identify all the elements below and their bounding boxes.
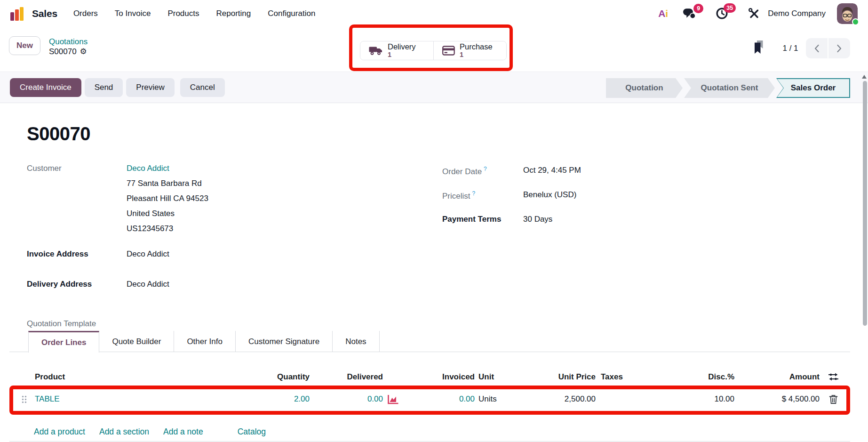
cell-unit-price[interactable]: 2,500.00 — [532, 394, 596, 404]
tools-icon[interactable] — [748, 8, 760, 20]
scrollbar-thumb[interactable] — [863, 81, 867, 326]
order-date-label: Order Date? — [442, 166, 487, 177]
tab-customer-signature[interactable]: Customer Signature — [236, 331, 333, 352]
odoo-sales-app-icon[interactable] — [9, 5, 25, 22]
col-invoiced[interactable]: Invoiced — [403, 372, 475, 382]
customer-address-line: Pleasant Hill CA 94523 — [127, 194, 208, 203]
help-icon: ? — [472, 190, 476, 197]
col-unit-price[interactable]: Unit Price — [532, 372, 596, 382]
cell-invoiced[interactable]: 0.00 — [403, 394, 475, 404]
pager-next-button[interactable] — [828, 38, 850, 58]
messages-icon[interactable]: 9 — [682, 8, 696, 19]
cell-unit[interactable]: Units — [475, 394, 532, 404]
add-note-link[interactable]: Add a note — [163, 427, 203, 437]
breadcrumb-area: New Quotations S00070 ⚙ — [9, 36, 88, 56]
payment-terms-value[interactable]: 30 Days — [523, 215, 552, 224]
navbar-systray: Ai 9 35 — [658, 3, 868, 24]
user-avatar[interactable] — [837, 3, 858, 24]
sales-order-form-page: Sales Orders To Invoice Products Reporti… — [0, 0, 868, 442]
send-button[interactable]: Send — [85, 78, 123, 97]
delivery-label: Delivery — [388, 43, 416, 51]
tab-order-lines[interactable]: Order Lines — [28, 331, 99, 353]
cell-product[interactable]: TABLE — [31, 394, 254, 404]
col-unit[interactable]: Unit — [475, 372, 532, 382]
col-amount[interactable]: Amount — [734, 372, 820, 382]
order-lines-header: Product Quantity Delivered Invoiced Unit… — [17, 368, 847, 386]
breadcrumb-current-record: S00070 — [49, 47, 77, 56]
pricelist-value[interactable]: Benelux (USD) — [523, 190, 576, 200]
purchase-smart-button[interactable]: Purchase 1 — [433, 41, 506, 60]
status-pipeline: Quotation Quotation Sent Sales Order — [606, 78, 850, 98]
menu-products[interactable]: Products — [167, 9, 199, 18]
catalog-link[interactable]: Catalog — [238, 427, 266, 437]
company-switcher[interactable]: Demo Company — [768, 9, 826, 18]
col-product[interactable]: Product — [31, 372, 254, 382]
delivery-address-value[interactable]: Deco Addict — [127, 280, 169, 289]
navbar-left: Sales Orders To Invoice Products Reporti… — [0, 5, 315, 22]
order-line-row[interactable]: TABLE 2.00 0.00 0.00 Units 2,500.00 10.0… — [17, 386, 847, 412]
bookmark-icon[interactable] — [753, 40, 765, 55]
order-date-value[interactable]: Oct 29, 4:45 PM — [523, 166, 581, 175]
notebook-tabs: Order Lines Quote Builder Other Info Cus… — [9, 331, 850, 352]
scrollbar-up-arrow[interactable] — [861, 74, 867, 80]
cell-disc[interactable]: 10.00 — [668, 394, 734, 404]
smart-buttons: Delivery 1 Purchase 1 — [360, 41, 507, 60]
col-quantity[interactable]: Quantity — [254, 372, 310, 382]
menu-orders[interactable]: Orders — [73, 9, 98, 18]
pager-counter: 1 / 1 — [775, 44, 805, 53]
tab-notes[interactable]: Notes — [333, 331, 379, 352]
customer-address-line: US12345673 — [127, 224, 173, 233]
order-lines-table: Product Quantity Delivered Invoiced Unit… — [17, 368, 847, 437]
menu-to-invoice[interactable]: To Invoice — [115, 9, 151, 18]
help-icon: ? — [484, 166, 487, 172]
breadcrumb-quotations[interactable]: Quotations — [49, 37, 88, 47]
tab-quote-builder[interactable]: Quote Builder — [99, 331, 174, 352]
delete-row-trash-icon[interactable] — [820, 394, 847, 404]
status-quotation[interactable]: Quotation — [606, 78, 683, 98]
purchase-label: Purchase — [460, 43, 493, 51]
pager-previous-button[interactable] — [806, 38, 828, 58]
cancel-button[interactable]: Cancel — [180, 78, 225, 97]
status-quotation-sent[interactable]: Quotation Sent — [684, 78, 775, 98]
order-lines-footer-links: Add a product Add a section Add a note C… — [17, 426, 847, 437]
preview-button[interactable]: Preview — [126, 78, 174, 97]
messages-badge: 9 — [693, 4, 703, 13]
menu-reporting[interactable]: Reporting — [216, 9, 251, 18]
invoice-address-value[interactable]: Deco Addict — [127, 249, 169, 259]
col-taxes[interactable]: Taxes — [596, 372, 668, 382]
pricelist-label: Pricelist? — [442, 190, 475, 201]
purchase-count: 1 — [460, 51, 493, 58]
new-button[interactable]: New — [9, 36, 40, 55]
top-navbar: Sales Orders To Invoice Products Reporti… — [0, 0, 868, 27]
activities-clock-icon[interactable]: 35 — [716, 7, 728, 20]
table-bottom-divider — [9, 441, 850, 442]
customer-label: Customer — [27, 164, 62, 173]
app-name[interactable]: Sales — [32, 8, 57, 19]
menu-configuration[interactable]: Configuration — [268, 9, 315, 18]
col-delivered[interactable]: Delivered — [310, 372, 383, 382]
record-pager — [806, 38, 850, 58]
credit-card-icon — [442, 46, 455, 56]
status-sales-order-active[interactable]: Sales Order — [776, 78, 850, 98]
gear-icon[interactable]: ⚙ — [80, 48, 87, 56]
action-buttons: Create Invoice Send Preview Cancel — [10, 78, 225, 97]
create-invoice-button[interactable]: Create Invoice — [10, 78, 81, 97]
breadcrumb: Quotations S00070 ⚙ — [49, 36, 88, 56]
drag-handle-icon[interactable] — [17, 395, 31, 403]
ai-icon[interactable]: Ai — [658, 8, 668, 19]
delivery-count: 1 — [388, 51, 416, 58]
cell-quantity[interactable]: 2.00 — [254, 394, 310, 404]
col-disc[interactable]: Disc.% — [668, 372, 734, 382]
cell-delivered[interactable]: 0.00 — [310, 394, 383, 404]
forecast-chart-icon[interactable] — [383, 394, 403, 404]
customer-link[interactable]: Deco Addict — [127, 164, 169, 173]
tab-other-info[interactable]: Other Info — [174, 331, 236, 352]
payment-terms-label: Payment Terms — [442, 215, 501, 224]
customer-address-line: 77 Santa Barbara Rd — [127, 179, 202, 188]
delivery-smart-button[interactable]: Delivery 1 — [360, 41, 433, 60]
optional-columns-icon[interactable] — [820, 372, 847, 381]
add-product-link[interactable]: Add a product — [34, 427, 85, 437]
add-section-link[interactable]: Add a section — [99, 427, 149, 437]
cell-amount: $ 4,500.00 — [734, 394, 820, 404]
customer-address-line: United States — [127, 209, 175, 218]
